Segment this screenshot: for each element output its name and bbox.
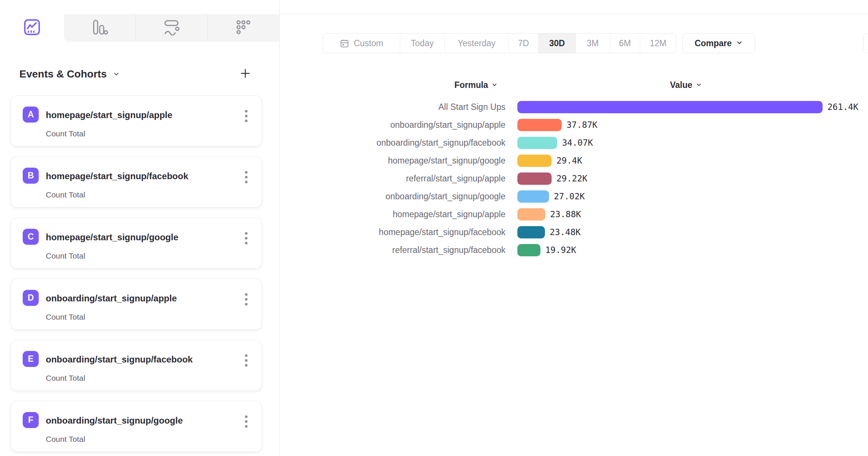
chevron-down-icon bbox=[113, 68, 120, 80]
flow-icon bbox=[163, 19, 180, 37]
sidebar: Events & Cohorts Ahomepage/start_signup/… bbox=[0, 0, 280, 456]
chart-bar[interactable] bbox=[517, 208, 545, 221]
horizontal-bar-chart: All Start Sign Ups261.4Konboarding/start… bbox=[334, 98, 858, 259]
chart-row-label: referral/start_signup/facebook bbox=[334, 245, 505, 255]
event-metric[interactable]: Count Total bbox=[46, 251, 85, 260]
date-range-label: 12M bbox=[650, 38, 667, 48]
events-cohorts-title[interactable]: Events & Cohorts bbox=[19, 68, 120, 80]
date-range-custom[interactable]: Custom bbox=[323, 34, 400, 53]
kebab-menu-icon[interactable] bbox=[243, 353, 249, 368]
chart-row: onboarding/start_signup/apple37.87K bbox=[334, 116, 858, 134]
chart-value-label: 19.92K bbox=[545, 245, 576, 255]
chart-row: onboarding/start_signup/facebook34.07K bbox=[334, 134, 858, 152]
chart-bar[interactable] bbox=[517, 226, 545, 238]
chart-bar[interactable] bbox=[517, 172, 552, 185]
chart-row: homepage/start_signup/apple23.88K bbox=[334, 205, 858, 223]
line-chart-icon bbox=[23, 19, 41, 37]
chart-bar[interactable] bbox=[517, 119, 562, 131]
chart-value-label: 37.87K bbox=[567, 120, 597, 130]
chart-row-label: onboarding/start_signup/facebook bbox=[334, 138, 505, 148]
tab-retention[interactable] bbox=[207, 14, 279, 42]
event-name[interactable]: homepage/start_signup/apple bbox=[46, 110, 172, 120]
tab-bar-chart[interactable] bbox=[64, 14, 135, 42]
event-card-list: Ahomepage/start_signup/appleCount TotalB… bbox=[10, 95, 262, 452]
event-name[interactable]: onboarding/start_signup/facebook bbox=[46, 354, 193, 365]
chart-bar[interactable] bbox=[517, 155, 552, 167]
chart-row: All Start Sign Ups261.4K bbox=[334, 98, 858, 116]
event-metric[interactable]: Count Total bbox=[46, 374, 85, 383]
chart-row-label: homepage/start_signup/apple bbox=[334, 209, 505, 219]
event-letter-badge: B bbox=[23, 168, 39, 184]
chart-row: homepage/start_signup/facebook23.48K bbox=[334, 223, 858, 241]
kebab-menu-icon[interactable] bbox=[243, 108, 249, 124]
event-name[interactable]: homepage/start_signup/facebook bbox=[46, 171, 188, 181]
date-range-today[interactable]: Today bbox=[400, 34, 444, 53]
chart-row-label: homepage/start_signup/google bbox=[334, 156, 505, 166]
event-letter-badge: D bbox=[23, 290, 39, 306]
compare-label: Compare bbox=[695, 38, 732, 48]
bar-chart-icon bbox=[92, 19, 108, 37]
event-card[interactable]: Bhomepage/start_signup/facebookCount Tot… bbox=[10, 156, 262, 208]
event-letter-badge: C bbox=[23, 229, 39, 245]
date-range-label: 7D bbox=[518, 38, 529, 48]
date-range-label: 6M bbox=[619, 38, 631, 48]
date-range-yesterday[interactable]: Yesterday bbox=[444, 34, 508, 53]
chevron-down-icon bbox=[736, 38, 743, 48]
event-name[interactable]: onboarding/start_signup/apple bbox=[46, 293, 177, 304]
chart-bar[interactable] bbox=[517, 101, 823, 113]
event-metric[interactable]: Count Total bbox=[46, 190, 85, 199]
date-range-30d[interactable]: 30D bbox=[538, 34, 575, 53]
chart-value-label: 29.22K bbox=[556, 174, 587, 183]
event-metric[interactable]: Count Total bbox=[46, 435, 85, 444]
formula-header-label: Formula bbox=[454, 80, 488, 90]
chart-bar[interactable] bbox=[517, 190, 549, 203]
kebab-menu-icon[interactable] bbox=[243, 292, 249, 307]
chart-row-label: referral/start_signup/apple bbox=[334, 174, 505, 184]
event-card[interactable]: Ahomepage/start_signup/appleCount Total bbox=[10, 95, 262, 146]
event-card[interactable]: Donboarding/start_signup/appleCount Tota… bbox=[10, 279, 262, 330]
date-range-label: Today bbox=[411, 38, 434, 48]
chart-row-label: onboarding/start_signup/google bbox=[334, 191, 505, 202]
formula-column-header[interactable]: Formula bbox=[435, 80, 517, 90]
chevron-down-icon bbox=[696, 80, 702, 90]
date-range-label: Yesterday bbox=[458, 38, 495, 48]
chart-value-label: 27.02K bbox=[554, 191, 585, 201]
date-range-3m[interactable]: 3M bbox=[575, 34, 610, 53]
plus-icon bbox=[240, 68, 251, 80]
calendar-icon bbox=[339, 38, 350, 48]
dots-grid-icon bbox=[236, 19, 251, 37]
date-range-label: Custom bbox=[354, 38, 383, 48]
kebab-menu-icon[interactable] bbox=[243, 170, 249, 185]
event-letter-badge: A bbox=[23, 107, 39, 123]
event-letter-badge: F bbox=[23, 412, 39, 428]
date-range-7d[interactable]: 7D bbox=[508, 34, 538, 53]
chart-row: referral/start_signup/facebook19.92K bbox=[334, 241, 858, 259]
tab-flows[interactable] bbox=[135, 14, 207, 42]
kebab-menu-icon[interactable] bbox=[243, 231, 249, 246]
event-name[interactable]: onboarding/start_signup/google bbox=[46, 415, 183, 426]
date-range-label: 3M bbox=[587, 38, 599, 48]
edge-clipped-button[interactable] bbox=[863, 33, 868, 53]
event-metric[interactable]: Count Total bbox=[46, 129, 85, 138]
compare-button[interactable]: Compare bbox=[682, 33, 755, 53]
event-metric[interactable]: Count Total bbox=[46, 313, 85, 322]
chart-row: onboarding/start_signup/google27.02K bbox=[334, 187, 858, 205]
event-card[interactable]: Fonboarding/start_signup/googleCount Tot… bbox=[10, 401, 262, 452]
date-range-label: 30D bbox=[549, 38, 565, 48]
add-event-button[interactable] bbox=[240, 68, 251, 80]
chart-bar[interactable] bbox=[517, 137, 557, 149]
chart-value-label: 29.4K bbox=[556, 156, 582, 165]
chart-row-label: onboarding/start_signup/apple bbox=[334, 120, 505, 130]
date-range-6m[interactable]: 6M bbox=[610, 34, 640, 53]
event-card[interactable]: Chomepage/start_signup/googleCount Total bbox=[10, 218, 262, 269]
event-name[interactable]: homepage/start_signup/google bbox=[46, 232, 178, 243]
tab-line-chart[interactable] bbox=[0, 14, 64, 42]
date-range-12m[interactable]: 12M bbox=[640, 34, 676, 53]
date-range-selector: CustomTodayYesterday7D30D3M6M12M bbox=[323, 33, 676, 53]
chart-value-label: 23.88K bbox=[550, 209, 581, 219]
chart-bar[interactable] bbox=[517, 244, 540, 256]
value-column-header[interactable]: Value bbox=[645, 80, 727, 90]
kebab-menu-icon[interactable] bbox=[243, 414, 249, 429]
event-card[interactable]: Eonboarding/start_signup/facebookCount T… bbox=[10, 340, 262, 391]
chart-row-label: All Start Sign Ups bbox=[334, 102, 505, 112]
